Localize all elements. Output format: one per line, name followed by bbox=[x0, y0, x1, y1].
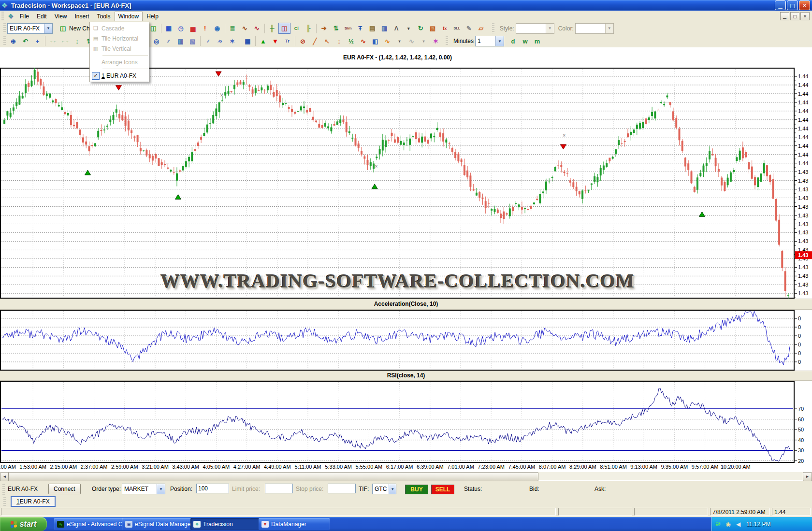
mdi-restore-button[interactable]: ▢ bbox=[790, 12, 799, 20]
chevron-down-icon[interactable]: ▼ bbox=[605, 24, 613, 33]
zoom-back-icon[interactable]: ↶ bbox=[19, 36, 31, 47]
menu-item-insert[interactable]: Insert bbox=[71, 12, 93, 21]
scrollbar-thumb[interactable] bbox=[8, 472, 538, 481]
wave-arrow-icon[interactable]: ▾ bbox=[393, 36, 406, 47]
close-button[interactable]: ✕ bbox=[799, 0, 810, 10]
fib-zone-icon[interactable]: ▧ bbox=[187, 36, 199, 47]
price-range-icon[interactable]: ↕ bbox=[333, 36, 345, 47]
tab-bar-grip[interactable] bbox=[3, 497, 6, 506]
style-hlc-icon[interactable]: ╟ bbox=[303, 23, 315, 34]
sell-button[interactable]: SELL bbox=[431, 485, 454, 494]
scroll-right-icon[interactable]: ► bbox=[803, 472, 812, 481]
acceleration-pane[interactable]: 000000 bbox=[0, 310, 812, 371]
menu-item-window[interactable]: Window bbox=[115, 12, 143, 21]
time-sales-icon[interactable]: ◷ bbox=[175, 23, 187, 34]
orders-updown-icon[interactable]: ⇅ bbox=[330, 23, 342, 34]
star-angles-icon[interactable]: ✶ bbox=[226, 36, 238, 47]
menu-item-file[interactable]: File bbox=[16, 12, 33, 21]
brush-icon[interactable]: ✎ bbox=[463, 23, 475, 34]
stretch-scale-icon[interactable]: ↕ bbox=[71, 36, 83, 47]
select-area-icon[interactable]: ▱ bbox=[475, 23, 487, 34]
style-close-icon[interactable]: Cl bbox=[290, 23, 303, 34]
symbol-list-icon[interactable]: ≣ bbox=[227, 23, 239, 34]
monthly-icon[interactable]: m bbox=[531, 36, 543, 47]
position-manager-icon[interactable]: ▥ bbox=[378, 23, 391, 34]
stop-price-input[interactable] bbox=[328, 484, 356, 493]
quote-board-icon[interactable]: ▦ bbox=[163, 23, 175, 34]
fib-grid-icon[interactable]: ▥ bbox=[174, 36, 187, 47]
menubar-grip[interactable] bbox=[1, 12, 4, 20]
alert-icon[interactable]: ! bbox=[199, 23, 211, 34]
grid-icon[interactable]: ▦ bbox=[242, 36, 254, 47]
volume-icon[interactable]: ◀ bbox=[734, 520, 742, 528]
chevron-down-icon[interactable]: ▼ bbox=[389, 484, 396, 494]
pattern-icon[interactable]: ◧ bbox=[369, 36, 381, 47]
menu-item-help[interactable]: Help bbox=[143, 12, 162, 21]
auto-wave-icon[interactable]: ∿ bbox=[406, 36, 418, 47]
export-chart-icon[interactable]: ▧ bbox=[427, 23, 439, 34]
chevron-down-icon[interactable]: ▼ bbox=[157, 484, 165, 494]
position-input[interactable] bbox=[196, 484, 229, 493]
task-esignal-advanced-g[interactable]: ∿eSignal - Advanced G... bbox=[54, 518, 125, 530]
wave-icon[interactable]: ∿ bbox=[381, 36, 393, 47]
fib-fan-icon[interactable]: ∕∕ bbox=[162, 36, 174, 47]
mdi-minimize-button[interactable]: ▁ bbox=[780, 12, 789, 20]
daily-icon[interactable]: d bbox=[507, 36, 519, 47]
buy-button[interactable]: BUY bbox=[405, 485, 428, 494]
refresh-data-icon[interactable]: ↻ bbox=[415, 23, 427, 34]
pan-icon[interactable]: + bbox=[31, 36, 44, 47]
tab-eur-a0-fx[interactable]: 1 EUR A0-FX bbox=[11, 496, 56, 507]
style-bars-icon[interactable]: ╫ bbox=[266, 23, 278, 34]
style-candles-icon[interactable]: ◫ bbox=[278, 23, 290, 34]
buy-marker-icon[interactable]: ▲ bbox=[257, 36, 269, 47]
toolbar2-grip[interactable] bbox=[3, 36, 6, 46]
world-market-icon[interactable]: ◉ bbox=[211, 23, 223, 34]
fib-circle-icon[interactable]: ◎ bbox=[150, 36, 162, 47]
gann-fan-icon[interactable]: ∕G bbox=[214, 36, 226, 47]
datafeed-monitor-icon[interactable]: ◉ bbox=[724, 520, 732, 528]
toolbar1-grip[interactable] bbox=[3, 23, 6, 34]
restore-button[interactable]: ▢ bbox=[787, 0, 798, 10]
dropdown-arrow-icon[interactable]: ▾ bbox=[403, 23, 415, 34]
order-type-combo[interactable]: MARKET ▼ bbox=[122, 484, 165, 494]
chevron-down-icon[interactable]: ▼ bbox=[495, 36, 504, 46]
pointer-tool-icon[interactable]: ↖ bbox=[321, 36, 333, 47]
period-toolbar-grip[interactable] bbox=[446, 36, 448, 46]
dll-icon[interactable]: DLL bbox=[451, 23, 463, 34]
symbol-combo[interactable]: EUR A0-FX ▼ bbox=[7, 23, 53, 34]
simulation-icon[interactable]: Sim bbox=[342, 23, 354, 34]
trend-line-icon[interactable]: ╱ bbox=[309, 36, 321, 47]
zigzag-half-icon[interactable]: ½ bbox=[345, 36, 357, 47]
style-combo[interactable]: ▼ bbox=[516, 23, 554, 34]
auto-wave-arrow-icon[interactable]: ▾ bbox=[418, 36, 430, 47]
scan-down-icon[interactable]: ∿ bbox=[251, 23, 263, 34]
no-draw-icon[interactable]: ⊘ bbox=[297, 36, 309, 47]
rsi-pane[interactable]: 706050403020 bbox=[0, 381, 812, 463]
mdi-close-button[interactable]: ✕ bbox=[800, 12, 810, 20]
angle-tool-icon[interactable]: Λ bbox=[391, 23, 403, 34]
menu-item-arrange-icons[interactable]: Arrange Icons bbox=[90, 57, 149, 67]
style-toolbar-grip[interactable] bbox=[492, 23, 494, 34]
widen-bars-icon[interactable]: ←→ bbox=[59, 36, 71, 47]
task-datamanager[interactable]: ▼DataManager bbox=[259, 518, 330, 530]
network-icon[interactable]: 🖳 bbox=[714, 520, 722, 528]
task-esignal-data-manager[interactable]: ▣eSignal Data Manager bbox=[122, 518, 193, 530]
price-pane[interactable]: 1.441.441.441.441.441.441.441.441.441.44… bbox=[0, 68, 812, 299]
minimize-button[interactable]: ▁ bbox=[775, 0, 786, 10]
pin-bars-icon[interactable]: Ŧ bbox=[354, 23, 366, 34]
scan-up-icon[interactable]: ∿ bbox=[239, 23, 251, 34]
calendar-icon[interactable]: ▤ bbox=[366, 23, 378, 34]
limit-price-input[interactable] bbox=[265, 484, 293, 493]
weekly-icon[interactable]: w bbox=[519, 36, 531, 47]
order-ticket-icon[interactable]: ➔ bbox=[318, 23, 330, 34]
parallel-lines-icon[interactable]: ∕∕ bbox=[202, 36, 214, 47]
start-button[interactable]: start bbox=[0, 517, 47, 531]
task-tradecision[interactable]: ❖Tradecision bbox=[190, 518, 261, 530]
chevron-down-icon[interactable]: ▼ bbox=[546, 24, 554, 33]
menu-item-window-1[interactable]: ✓1 EUR A0-FX bbox=[90, 71, 149, 81]
tif-combo[interactable]: GTC ▼ bbox=[372, 484, 396, 494]
candlestick-chart[interactable]: 1.441.441.441.441.441.441.441.441.441.44… bbox=[0, 68, 812, 299]
zoom-in-icon[interactable]: ⊕ bbox=[7, 36, 19, 47]
menu-item-tools[interactable]: Tools bbox=[93, 12, 115, 21]
connect-button[interactable]: Connect bbox=[48, 484, 81, 494]
